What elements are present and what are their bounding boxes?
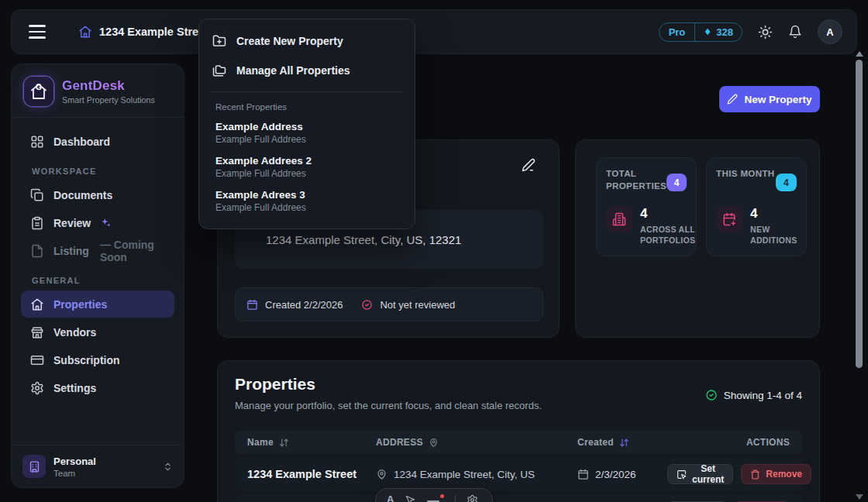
recent-property-item[interactable]: Example Adrees 3 Example Full Addrees xyxy=(199,184,415,218)
stat-title: TOTAL PROPERTIES xyxy=(606,167,666,192)
new-property-button[interactable]: New Property xyxy=(719,86,820,112)
menu-item-manage-all-properties[interactable]: Manage All Properties xyxy=(199,56,415,85)
annotate-line-icon[interactable] xyxy=(427,494,444,502)
sidebar-item-documents[interactable]: Documents xyxy=(21,181,174,208)
properties-table: Name ADDRESS Created ACTIONS 1234 Exampl… xyxy=(235,431,802,502)
properties-section: Properties Manage your portfolio, set th… xyxy=(217,360,820,502)
credits-count: 328 xyxy=(716,26,733,38)
sidebar-item-listing: Listing — Coming Soon xyxy=(21,237,174,264)
stat-value: 4 xyxy=(750,206,812,222)
section-label-workspace: WORKSPACE xyxy=(32,167,164,176)
map-pin-icon xyxy=(429,438,439,448)
map-pin-icon xyxy=(376,469,388,480)
circle-check-icon xyxy=(361,299,373,311)
notifications-button[interactable] xyxy=(788,25,802,39)
header-name[interactable]: Name xyxy=(247,437,376,448)
sidebar-item-dashboard[interactable]: Dashboard xyxy=(21,128,174,155)
sun-icon xyxy=(758,25,773,40)
stat-value: 4 xyxy=(640,206,702,222)
copy-icon xyxy=(30,188,44,202)
credits-cell: 328 xyxy=(694,23,742,41)
grid-icon xyxy=(30,135,44,149)
topbar-right-group: Pro 328 A xyxy=(659,19,842,44)
theme-toggle-button[interactable] xyxy=(758,25,773,40)
pencil-line-icon xyxy=(522,158,536,172)
clipboard-icon xyxy=(30,216,44,230)
pencil-icon xyxy=(727,94,738,105)
home-icon xyxy=(30,297,44,311)
calendar-icon xyxy=(246,299,258,311)
sidebar-item-settings[interactable]: Settings xyxy=(21,374,174,401)
bell-icon xyxy=(788,25,802,39)
app-window: 1234 Example Street Pro 328 A xyxy=(0,0,868,502)
edit-property-button[interactable] xyxy=(522,158,536,172)
scrollbar-thumb[interactable] xyxy=(856,60,863,368)
stat-this-month: THIS MONTH 4 4 NEW ADDITIONS xyxy=(706,157,807,256)
hamburger-menu-button[interactable] xyxy=(26,22,49,42)
recent-property-item[interactable]: Example Address Example Full Addrees xyxy=(199,116,415,150)
calendar-plus-pink-icon xyxy=(716,206,742,232)
diamond-icon xyxy=(704,28,711,36)
divider xyxy=(455,494,456,502)
user-avatar[interactable]: A xyxy=(818,19,842,44)
recent-properties-label: Recent Properties xyxy=(199,98,415,116)
table-header: Name ADDRESS Created ACTIONS xyxy=(235,431,802,454)
stat-caption: NEW ADDITIONS xyxy=(750,224,812,246)
stat-badge: 4 xyxy=(666,174,687,191)
stat-badge: 4 xyxy=(776,174,797,191)
plan-credits-badge[interactable]: Pro 328 xyxy=(659,22,742,42)
brand-tagline: Smart Property Solutions xyxy=(62,95,155,105)
recent-property-item[interactable]: Example Addrees 2 Example Full Addrees xyxy=(199,150,415,184)
property-dropdown-menu: Create New Property Manage All Propertie… xyxy=(198,19,415,229)
text-tool-button[interactable]: A xyxy=(387,494,394,502)
section-subtitle: Manage your portfolio, set the current f… xyxy=(235,400,542,411)
folders-icon xyxy=(212,64,226,77)
table-row-partial: Set current Remove xyxy=(235,494,802,502)
remove-button[interactable]: Remove xyxy=(741,464,811,484)
building-pink-icon xyxy=(606,206,632,232)
workspace-switcher[interactable]: Personal Team xyxy=(12,445,184,487)
file-icon xyxy=(30,244,44,258)
showing-count: Showing 1-4 of 4 xyxy=(705,389,802,401)
workspace-subtitle: Team xyxy=(53,469,96,478)
header-created[interactable]: Created xyxy=(577,437,667,448)
cursor-icon[interactable] xyxy=(405,494,416,502)
hamburger-icon xyxy=(29,25,46,27)
menu-item-create-new-property[interactable]: Create New Property xyxy=(199,26,415,56)
sidebar: G GentDesk Smart Property Solutions Dash… xyxy=(11,64,184,488)
scroll-down-arrow[interactable] xyxy=(856,494,863,500)
section-title: Properties xyxy=(235,375,315,394)
scrollbar xyxy=(853,46,866,502)
sort-active-icon xyxy=(619,438,629,448)
row-name: 1234 Example Street xyxy=(247,468,376,480)
gentdesk-logo-icon: G xyxy=(24,77,53,106)
sidebar-item-properties[interactable]: Properties xyxy=(21,291,174,318)
sidebar-item-subscription[interactable]: Subscription xyxy=(21,346,174,373)
current-property-label: 1234 Example Street xyxy=(99,26,208,38)
review-status-group: Not yet reviewed xyxy=(361,299,455,311)
workspace-title: Personal xyxy=(53,456,96,467)
team-icon xyxy=(22,455,46,478)
created-date-group: Created 2/2/2026 xyxy=(246,299,343,311)
stats-card: TOTAL PROPERTIES 4 4 ACROSS ALL PORTFOLI… xyxy=(575,139,820,338)
sidebar-item-vendors[interactable]: Vendors xyxy=(21,318,174,346)
row-address: 1234 Example Street, City, US xyxy=(376,469,577,480)
logo-monogram: G xyxy=(24,83,53,91)
gear-icon[interactable] xyxy=(467,494,478,502)
sort-icon xyxy=(279,438,289,448)
scroll-up-arrow[interactable] xyxy=(856,51,863,57)
folder-plus-icon xyxy=(212,34,226,48)
square-pointer-icon xyxy=(677,469,687,480)
sidebar-nav: Dashboard WORKSPACE Documents Review Lis… xyxy=(12,118,184,402)
credit-card-icon xyxy=(30,353,44,367)
brand-name: GentDesk xyxy=(62,78,155,94)
brand-header: G GentDesk Smart Property Solutions xyxy=(12,64,184,117)
row-created: 2/3/2026 xyxy=(577,469,667,480)
section-label-general: GENERAL xyxy=(32,276,164,285)
sidebar-item-review[interactable]: Review xyxy=(21,209,174,236)
calendar-icon xyxy=(577,469,589,480)
circle-check-green-icon xyxy=(705,389,718,401)
home-icon xyxy=(78,25,92,39)
chevrons-up-down-icon xyxy=(163,462,173,472)
set-current-button[interactable]: Set current xyxy=(667,464,733,484)
